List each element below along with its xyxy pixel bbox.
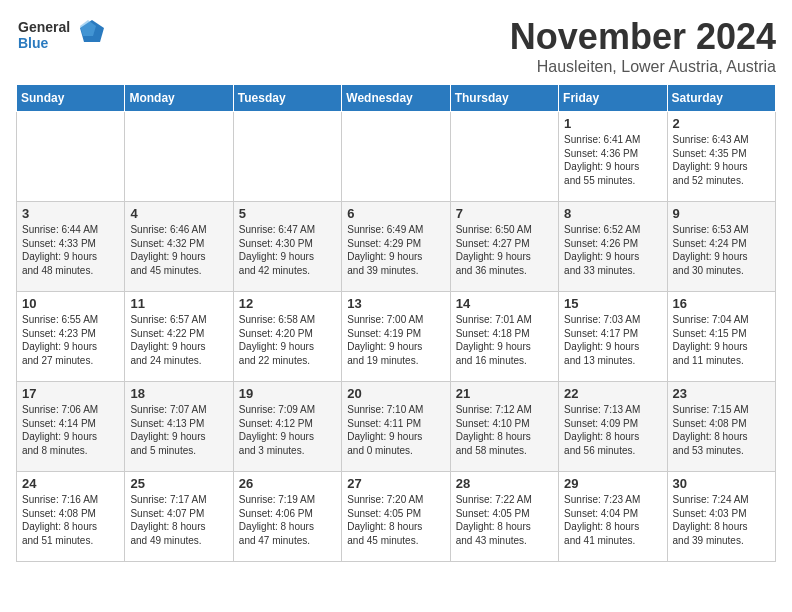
calendar-cell: 26Sunrise: 7:19 AM Sunset: 4:06 PM Dayli… xyxy=(233,472,341,562)
month-title: November 2024 xyxy=(510,16,776,58)
calendar-cell xyxy=(17,112,125,202)
day-number: 13 xyxy=(347,296,444,311)
cell-info: Sunrise: 7:22 AM Sunset: 4:05 PM Dayligh… xyxy=(456,493,553,547)
calendar-week-row: 3Sunrise: 6:44 AM Sunset: 4:33 PM Daylig… xyxy=(17,202,776,292)
calendar-cell: 14Sunrise: 7:01 AM Sunset: 4:18 PM Dayli… xyxy=(450,292,558,382)
day-number: 10 xyxy=(22,296,119,311)
day-number: 6 xyxy=(347,206,444,221)
day-number: 22 xyxy=(564,386,661,401)
day-number: 25 xyxy=(130,476,227,491)
day-number: 20 xyxy=(347,386,444,401)
calendar-cell: 24Sunrise: 7:16 AM Sunset: 4:08 PM Dayli… xyxy=(17,472,125,562)
cell-info: Sunrise: 7:12 AM Sunset: 4:10 PM Dayligh… xyxy=(456,403,553,457)
day-number: 12 xyxy=(239,296,336,311)
calendar-week-row: 24Sunrise: 7:16 AM Sunset: 4:08 PM Dayli… xyxy=(17,472,776,562)
svg-text:Blue: Blue xyxy=(18,35,49,51)
calendar-table: SundayMondayTuesdayWednesdayThursdayFrid… xyxy=(16,84,776,562)
weekday-header-wednesday: Wednesday xyxy=(342,85,450,112)
weekday-header-sunday: Sunday xyxy=(17,85,125,112)
calendar-cell: 22Sunrise: 7:13 AM Sunset: 4:09 PM Dayli… xyxy=(559,382,667,472)
day-number: 3 xyxy=(22,206,119,221)
cell-info: Sunrise: 7:16 AM Sunset: 4:08 PM Dayligh… xyxy=(22,493,119,547)
cell-info: Sunrise: 7:06 AM Sunset: 4:14 PM Dayligh… xyxy=(22,403,119,457)
cell-info: Sunrise: 7:13 AM Sunset: 4:09 PM Dayligh… xyxy=(564,403,661,457)
calendar-cell: 6Sunrise: 6:49 AM Sunset: 4:29 PM Daylig… xyxy=(342,202,450,292)
calendar-cell xyxy=(450,112,558,202)
day-number: 19 xyxy=(239,386,336,401)
calendar-cell: 10Sunrise: 6:55 AM Sunset: 4:23 PM Dayli… xyxy=(17,292,125,382)
cell-info: Sunrise: 7:00 AM Sunset: 4:19 PM Dayligh… xyxy=(347,313,444,367)
calendar-cell: 16Sunrise: 7:04 AM Sunset: 4:15 PM Dayli… xyxy=(667,292,775,382)
cell-info: Sunrise: 6:44 AM Sunset: 4:33 PM Dayligh… xyxy=(22,223,119,277)
day-number: 30 xyxy=(673,476,770,491)
day-number: 1 xyxy=(564,116,661,131)
cell-info: Sunrise: 7:15 AM Sunset: 4:08 PM Dayligh… xyxy=(673,403,770,457)
cell-info: Sunrise: 6:41 AM Sunset: 4:36 PM Dayligh… xyxy=(564,133,661,187)
calendar-cell: 27Sunrise: 7:20 AM Sunset: 4:05 PM Dayli… xyxy=(342,472,450,562)
calendar-cell: 18Sunrise: 7:07 AM Sunset: 4:13 PM Dayli… xyxy=(125,382,233,472)
weekday-header-tuesday: Tuesday xyxy=(233,85,341,112)
cell-info: Sunrise: 6:46 AM Sunset: 4:32 PM Dayligh… xyxy=(130,223,227,277)
calendar-week-row: 1Sunrise: 6:41 AM Sunset: 4:36 PM Daylig… xyxy=(17,112,776,202)
title-block: November 2024 Hausleiten, Lower Austria,… xyxy=(510,16,776,76)
day-number: 18 xyxy=(130,386,227,401)
weekday-header-friday: Friday xyxy=(559,85,667,112)
cell-info: Sunrise: 7:10 AM Sunset: 4:11 PM Dayligh… xyxy=(347,403,444,457)
logo: General Blue xyxy=(16,16,106,60)
day-number: 28 xyxy=(456,476,553,491)
calendar-cell: 30Sunrise: 7:24 AM Sunset: 4:03 PM Dayli… xyxy=(667,472,775,562)
calendar-cell: 7Sunrise: 6:50 AM Sunset: 4:27 PM Daylig… xyxy=(450,202,558,292)
weekday-header-thursday: Thursday xyxy=(450,85,558,112)
day-number: 2 xyxy=(673,116,770,131)
calendar-cell: 12Sunrise: 6:58 AM Sunset: 4:20 PM Dayli… xyxy=(233,292,341,382)
cell-info: Sunrise: 6:47 AM Sunset: 4:30 PM Dayligh… xyxy=(239,223,336,277)
calendar-cell: 13Sunrise: 7:00 AM Sunset: 4:19 PM Dayli… xyxy=(342,292,450,382)
day-number: 15 xyxy=(564,296,661,311)
day-number: 5 xyxy=(239,206,336,221)
cell-info: Sunrise: 7:24 AM Sunset: 4:03 PM Dayligh… xyxy=(673,493,770,547)
day-number: 8 xyxy=(564,206,661,221)
cell-info: Sunrise: 7:04 AM Sunset: 4:15 PM Dayligh… xyxy=(673,313,770,367)
cell-info: Sunrise: 6:43 AM Sunset: 4:35 PM Dayligh… xyxy=(673,133,770,187)
cell-info: Sunrise: 7:23 AM Sunset: 4:04 PM Dayligh… xyxy=(564,493,661,547)
cell-info: Sunrise: 7:03 AM Sunset: 4:17 PM Dayligh… xyxy=(564,313,661,367)
calendar-cell: 28Sunrise: 7:22 AM Sunset: 4:05 PM Dayli… xyxy=(450,472,558,562)
calendar-cell xyxy=(342,112,450,202)
day-number: 23 xyxy=(673,386,770,401)
calendar-cell xyxy=(233,112,341,202)
cell-info: Sunrise: 7:07 AM Sunset: 4:13 PM Dayligh… xyxy=(130,403,227,457)
calendar-cell: 25Sunrise: 7:17 AM Sunset: 4:07 PM Dayli… xyxy=(125,472,233,562)
calendar-cell: 9Sunrise: 6:53 AM Sunset: 4:24 PM Daylig… xyxy=(667,202,775,292)
calendar-cell: 20Sunrise: 7:10 AM Sunset: 4:11 PM Dayli… xyxy=(342,382,450,472)
cell-info: Sunrise: 6:57 AM Sunset: 4:22 PM Dayligh… xyxy=(130,313,227,367)
logo-svg: General Blue xyxy=(16,16,106,60)
calendar-cell: 15Sunrise: 7:03 AM Sunset: 4:17 PM Dayli… xyxy=(559,292,667,382)
cell-info: Sunrise: 6:49 AM Sunset: 4:29 PM Dayligh… xyxy=(347,223,444,277)
day-number: 16 xyxy=(673,296,770,311)
calendar-cell: 2Sunrise: 6:43 AM Sunset: 4:35 PM Daylig… xyxy=(667,112,775,202)
cell-info: Sunrise: 7:17 AM Sunset: 4:07 PM Dayligh… xyxy=(130,493,227,547)
calendar-cell: 29Sunrise: 7:23 AM Sunset: 4:04 PM Dayli… xyxy=(559,472,667,562)
cell-info: Sunrise: 6:52 AM Sunset: 4:26 PM Dayligh… xyxy=(564,223,661,277)
calendar-cell: 3Sunrise: 6:44 AM Sunset: 4:33 PM Daylig… xyxy=(17,202,125,292)
cell-info: Sunrise: 6:58 AM Sunset: 4:20 PM Dayligh… xyxy=(239,313,336,367)
day-number: 29 xyxy=(564,476,661,491)
calendar-cell: 8Sunrise: 6:52 AM Sunset: 4:26 PM Daylig… xyxy=(559,202,667,292)
cell-info: Sunrise: 6:50 AM Sunset: 4:27 PM Dayligh… xyxy=(456,223,553,277)
cell-info: Sunrise: 6:55 AM Sunset: 4:23 PM Dayligh… xyxy=(22,313,119,367)
day-number: 9 xyxy=(673,206,770,221)
location: Hausleiten, Lower Austria, Austria xyxy=(510,58,776,76)
day-number: 24 xyxy=(22,476,119,491)
cell-info: Sunrise: 7:01 AM Sunset: 4:18 PM Dayligh… xyxy=(456,313,553,367)
calendar-cell: 23Sunrise: 7:15 AM Sunset: 4:08 PM Dayli… xyxy=(667,382,775,472)
day-number: 4 xyxy=(130,206,227,221)
calendar-cell: 19Sunrise: 7:09 AM Sunset: 4:12 PM Dayli… xyxy=(233,382,341,472)
calendar-cell xyxy=(125,112,233,202)
cell-info: Sunrise: 6:53 AM Sunset: 4:24 PM Dayligh… xyxy=(673,223,770,277)
calendar-cell: 17Sunrise: 7:06 AM Sunset: 4:14 PM Dayli… xyxy=(17,382,125,472)
day-number: 21 xyxy=(456,386,553,401)
calendar-week-row: 10Sunrise: 6:55 AM Sunset: 4:23 PM Dayli… xyxy=(17,292,776,382)
page-header: General Blue November 2024 Hausleiten, L… xyxy=(16,16,776,76)
calendar-cell: 1Sunrise: 6:41 AM Sunset: 4:36 PM Daylig… xyxy=(559,112,667,202)
cell-info: Sunrise: 7:20 AM Sunset: 4:05 PM Dayligh… xyxy=(347,493,444,547)
